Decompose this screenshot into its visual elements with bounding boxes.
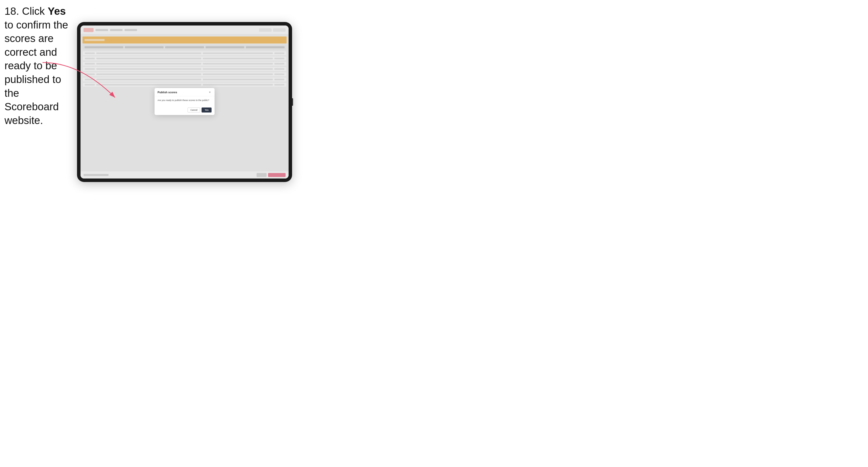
cancel-button[interactable]: Cancel — [188, 107, 200, 113]
step-number: 18. — [4, 5, 19, 17]
modal-message: Are you ready to publish these scores to… — [158, 99, 212, 102]
modal-header: Publish scores × — [155, 88, 215, 96]
publish-scores-modal: Publish scores × Are you ready to publis… — [155, 88, 215, 115]
modal-title: Publish scores — [158, 91, 177, 94]
instruction-part1: Click — [19, 5, 48, 17]
instruction-part2: to confirm the scores are correct and re… — [4, 19, 68, 126]
modal-footer: Cancel Yes — [155, 107, 215, 115]
modal-body: Are you ready to publish these scores to… — [155, 96, 215, 107]
yes-button[interactable]: Yes — [202, 107, 212, 113]
instruction-bold: Yes — [48, 5, 66, 17]
tablet-screen: Publish scores × Are you ready to publis… — [81, 26, 288, 179]
instruction-text: 18. Click Yes to confirm the scores are … — [4, 4, 74, 127]
tablet-device: Publish scores × Are you ready to publis… — [77, 22, 292, 182]
modal-close-button[interactable]: × — [208, 91, 212, 94]
tablet-side-button — [292, 98, 293, 106]
